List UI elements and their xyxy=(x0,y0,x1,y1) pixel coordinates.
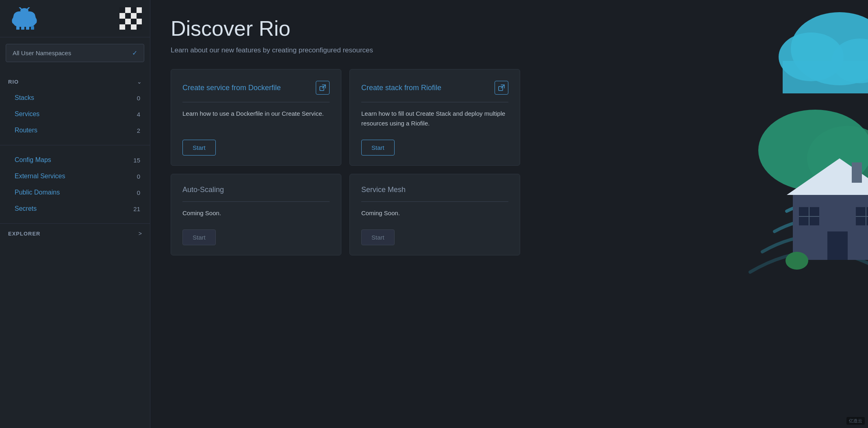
page-title: Discover Rio xyxy=(171,16,848,41)
card-servicemesh-title: Service Mesh xyxy=(361,186,406,194)
svg-marker-36 xyxy=(787,158,868,195)
svg-rect-23 xyxy=(131,24,137,30)
sidebar-item-public-domains-label: Public Domains xyxy=(15,189,60,196)
sidebar-item-external-services-label: External Services xyxy=(15,173,65,180)
svg-rect-18 xyxy=(125,19,131,24)
svg-rect-45 xyxy=(852,162,862,183)
sidebar-item-services[interactable]: Services 4 xyxy=(0,106,150,122)
sidebar-item-routers[interactable]: Routers 2 xyxy=(0,122,150,138)
svg-rect-16 xyxy=(137,13,142,19)
svg-rect-39 xyxy=(799,207,819,225)
svg-rect-6 xyxy=(26,26,29,30)
namespace-label: All User Namespaces xyxy=(13,50,71,56)
logo-cow-icon xyxy=(8,7,41,30)
sidebar-item-config-maps-label: Config Maps xyxy=(15,156,51,164)
illustration xyxy=(722,0,868,428)
card-autoscaling-title: Auto-Scaling xyxy=(182,186,224,194)
svg-point-31 xyxy=(831,39,868,83)
card-riofile-header: Create stack from Riofile xyxy=(361,81,508,95)
sidebar-item-services-badge: 4 xyxy=(130,111,140,118)
sidebar-item-external-services[interactable]: External Services 0 xyxy=(0,168,150,184)
svg-point-33 xyxy=(758,110,868,191)
svg-point-34 xyxy=(807,126,868,191)
external-link-icon[interactable] xyxy=(316,81,330,95)
cards-grid: Create service from Dockerfile Learn how… xyxy=(171,69,520,255)
card-servicemesh-header: Service Mesh xyxy=(361,186,508,194)
watermark: 亿迭云 xyxy=(846,417,865,425)
explorer-title: EXPLORER xyxy=(8,231,41,237)
card-dockerfile-divider xyxy=(182,102,330,102)
svg-rect-35 xyxy=(819,175,827,199)
sidebar-item-stacks-label: Stacks xyxy=(15,94,34,102)
sidebar-item-secrets-badge: 21 xyxy=(130,205,140,212)
card-autoscaling: Auto-Scaling Coming Soon. Start xyxy=(171,174,341,255)
nav-section-toggle[interactable]: ⌄ xyxy=(137,78,142,85)
card-autoscaling-header: Auto-Scaling xyxy=(182,186,330,194)
card-dockerfile-header: Create service from Dockerfile xyxy=(182,81,330,95)
sidebar-item-public-domains-badge: 0 xyxy=(130,189,140,196)
svg-rect-11 xyxy=(131,7,137,13)
logo-grid-icon xyxy=(119,7,142,30)
namespace-selector[interactable]: All User Namespaces ✓ xyxy=(6,44,144,62)
card-servicemesh: Service Mesh Coming Soon. Start xyxy=(349,174,520,255)
card-riofile: Create stack from Riofile Learn how to f… xyxy=(349,69,520,166)
card-riofile-description: Learn how to fill out Create Stack and d… xyxy=(361,109,508,128)
sidebar-item-config-maps[interactable]: Config Maps 15 xyxy=(0,152,150,168)
sidebar-item-stacks-badge: 0 xyxy=(130,95,140,102)
chevron-down-icon: ✓ xyxy=(132,49,137,57)
page-subtitle: Learn about our new features by creating… xyxy=(171,46,848,54)
svg-rect-24 xyxy=(137,24,142,30)
card-autoscaling-divider xyxy=(182,201,330,202)
sidebar: All User Namespaces ✓ RIO ⌄ Stacks 0 Ser… xyxy=(0,0,150,428)
svg-rect-13 xyxy=(119,13,125,19)
svg-rect-4 xyxy=(16,26,20,30)
external-link-riofile-icon[interactable] xyxy=(495,81,508,95)
sidebar-item-secrets[interactable]: Secrets 21 xyxy=(0,201,150,217)
sidebar-item-services-label: Services xyxy=(15,110,39,118)
card-autoscaling-description: Coming Soon. xyxy=(182,208,330,218)
svg-rect-10 xyxy=(125,7,131,13)
sidebar-item-stacks[interactable]: Stacks 0 xyxy=(0,90,150,106)
svg-rect-21 xyxy=(119,24,125,30)
card-dockerfile-title: Create service from Dockerfile xyxy=(182,84,281,92)
svg-rect-42 xyxy=(856,207,868,225)
nav-section-rio: RIO ⌄ Stacks 0 Services 4 Routers 2 xyxy=(0,69,150,145)
sidebar-item-routers-badge: 2 xyxy=(130,127,140,134)
sidebar-item-public-domains[interactable]: Public Domains 0 xyxy=(0,184,150,201)
card-dockerfile: Create service from Dockerfile Learn how… xyxy=(171,69,341,166)
svg-rect-15 xyxy=(131,13,137,19)
card-riofile-title: Create stack from Riofile xyxy=(361,84,441,92)
svg-rect-5 xyxy=(21,26,24,30)
card-dockerfile-description: Learn how to use a Dockerfile in our Cre… xyxy=(182,109,330,128)
svg-point-46 xyxy=(786,252,808,270)
card-servicemesh-divider xyxy=(361,201,508,202)
svg-rect-7 xyxy=(31,26,34,30)
svg-rect-14 xyxy=(125,13,131,19)
svg-rect-9 xyxy=(119,7,125,13)
svg-rect-38 xyxy=(827,231,848,260)
main-content: Discover Rio Learn about our new feature… xyxy=(150,0,868,428)
sidebar-item-routers-label: Routers xyxy=(15,127,37,134)
sidebar-item-external-services-badge: 0 xyxy=(130,173,140,180)
nav-section-config: Config Maps 15 External Services 0 Publi… xyxy=(0,145,150,224)
svg-rect-19 xyxy=(131,19,137,24)
svg-rect-12 xyxy=(137,7,142,13)
card-riofile-divider xyxy=(361,102,508,102)
start-servicemesh-button[interactable]: Start xyxy=(361,229,395,245)
card-servicemesh-description: Coming Soon. xyxy=(361,208,508,218)
explorer-chevron-icon: > xyxy=(139,230,142,237)
start-autoscaling-button[interactable]: Start xyxy=(182,229,216,245)
sidebar-item-secrets-label: Secrets xyxy=(15,205,37,212)
start-dockerfile-button[interactable]: Start xyxy=(182,140,216,156)
start-riofile-button[interactable]: Start xyxy=(361,140,395,156)
svg-rect-32 xyxy=(783,61,868,93)
sidebar-header xyxy=(0,0,150,37)
svg-rect-20 xyxy=(137,19,142,24)
svg-rect-22 xyxy=(125,24,131,30)
svg-rect-37 xyxy=(793,195,868,260)
sidebar-item-config-maps-badge: 15 xyxy=(130,157,140,164)
explorer-section[interactable]: EXPLORER > xyxy=(0,224,150,243)
nav-section-rio-header: RIO ⌄ xyxy=(0,75,150,90)
nav-section-rio-title: RIO xyxy=(8,79,19,85)
svg-rect-17 xyxy=(119,19,125,24)
